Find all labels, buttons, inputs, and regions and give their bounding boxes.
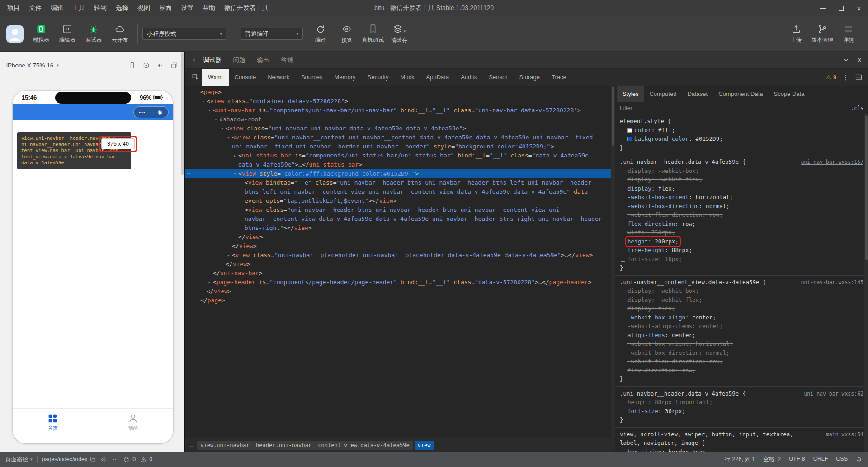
node-options-icon[interactable]: ⋯ bbox=[187, 169, 191, 178]
wxml-tree-node[interactable]: </view> bbox=[185, 242, 615, 251]
styles-tab[interactable]: Dataset bbox=[682, 86, 713, 102]
expand-arrow-icon[interactable]: ▾ bbox=[226, 133, 231, 142]
panel-tab[interactable]: 问题 bbox=[227, 52, 251, 68]
mode-select[interactable]: 小程序模式 ▾ bbox=[142, 28, 226, 40]
close-button[interactable]: × bbox=[850, 0, 868, 16]
avatar[interactable] bbox=[6, 25, 24, 43]
devtools-tab[interactable]: Mock bbox=[395, 69, 420, 86]
devtools-tab[interactable]: Memory bbox=[329, 69, 362, 86]
record-icon[interactable] bbox=[142, 62, 150, 69]
wxml-tree-node[interactable]: ▸<page-header is="components/page-header… bbox=[185, 278, 615, 287]
css-property[interactable]: -webkit-box-align: center; bbox=[620, 313, 863, 322]
elements-scrollbar[interactable] bbox=[611, 86, 615, 438]
compile-mode-select[interactable]: 普通编译 ▾ bbox=[241, 28, 303, 40]
status-item[interactable]: 空格: 2 bbox=[763, 456, 781, 463]
problems-warnings[interactable]: 0 bbox=[140, 456, 152, 463]
version-control-button[interactable]: 版本管理 bbox=[809, 24, 835, 44]
css-property[interactable]: -webkit-align-items: center; bbox=[620, 322, 863, 331]
simulator-scrollbar[interactable] bbox=[181, 52, 184, 452]
wxml-tree-node[interactable]: </uni-nav-bar> bbox=[185, 269, 615, 278]
wxml-tree-node[interactable]: </view> bbox=[185, 260, 615, 269]
cloud-dev-button[interactable]: 云开发 bbox=[107, 24, 133, 44]
wxml-tree-node[interactable]: ▾<view class="uni-navbar__content uni-na… bbox=[185, 133, 615, 151]
breadcrumb-item[interactable]: view.uni-navbar__header.uni-navbar__cont… bbox=[197, 441, 412, 450]
css-property[interactable]: flex-direction: row; bbox=[620, 366, 863, 375]
css-property[interactable]: height: 80rpx !important; bbox=[620, 398, 863, 407]
styles-tab[interactable]: Component Data bbox=[713, 86, 768, 102]
cls-toggle-button[interactable]: .cls bbox=[846, 102, 868, 114]
windows-icon[interactable] bbox=[170, 62, 178, 69]
device-rotate-icon[interactable] bbox=[128, 62, 136, 69]
simulator-button[interactable]: 模拟器 bbox=[28, 24, 54, 44]
devtools-tab[interactable]: Audits bbox=[455, 69, 483, 86]
filter-input[interactable] bbox=[615, 105, 846, 111]
devtools-tab[interactable]: Network bbox=[262, 69, 295, 86]
expand-arrow-icon[interactable]: ▸ bbox=[207, 278, 212, 287]
expand-arrow-icon[interactable]: ▾ bbox=[219, 124, 225, 133]
css-property[interactable]: -webkit-box-direction: normal; bbox=[620, 202, 863, 211]
css-property[interactable]: display: flex; bbox=[620, 304, 863, 313]
breadcrumb-item[interactable]: … bbox=[189, 441, 195, 450]
css-property[interactable]: font-size: 36rpx; bbox=[620, 407, 863, 416]
css-property[interactable]: -webkit-flex-direction: row; bbox=[620, 357, 863, 366]
stylesheet-source-link[interactable]: main.wxss:54 bbox=[826, 430, 863, 439]
wxml-tree-node[interactable]: <view class="uni-navbar__header-btns uni… bbox=[185, 205, 615, 233]
problems-errors[interactable]: 0 bbox=[123, 456, 136, 463]
menu-item[interactable]: 界面 bbox=[155, 0, 176, 16]
expand-arrow-icon[interactable]: ▾ bbox=[213, 115, 219, 124]
chevron-down-icon[interactable] bbox=[842, 56, 850, 64]
menu-item[interactable]: 转到 bbox=[90, 0, 111, 16]
color-swatch[interactable] bbox=[627, 128, 632, 133]
capsule-button[interactable]: ••• ◉ bbox=[133, 106, 169, 118]
wxml-tree-node[interactable]: ▸<uni-status-bar is="components/uni-stat… bbox=[185, 151, 615, 169]
css-property[interactable]: -webkit-box-orient: horizontal; bbox=[620, 339, 863, 348]
devtools-tab[interactable]: Console bbox=[229, 69, 262, 86]
css-property[interactable]: align-items: center; bbox=[620, 331, 863, 340]
menu-item[interactable]: 设置 bbox=[176, 0, 198, 16]
wxml-tree-node[interactable]: </view> bbox=[185, 233, 615, 242]
status-item[interactable]: CSS bbox=[836, 456, 848, 463]
wxml-tree-node[interactable]: <view bindtap="__e" class="uni-navbar__h… bbox=[185, 178, 615, 205]
devtools-tab[interactable]: Trace bbox=[546, 69, 572, 86]
stylesheet-source-link[interactable]: uni-nav-bar.wxss:157 bbox=[801, 158, 863, 167]
breadcrumb-item[interactable]: view bbox=[415, 441, 434, 450]
menu-item[interactable]: 工具 bbox=[68, 0, 90, 16]
wxml-tree-node[interactable]: ▾<view class="container data-v-57280228"… bbox=[185, 97, 615, 106]
maximize-button[interactable] bbox=[832, 0, 850, 16]
scrollbar-thumb[interactable] bbox=[181, 52, 184, 175]
css-property[interactable]: width: 750rpx; bbox=[620, 228, 863, 237]
status-item[interactable]: CRLF bbox=[813, 456, 828, 463]
css-property[interactable]: display: flex; bbox=[620, 184, 863, 193]
more-icon[interactable]: ••• bbox=[134, 110, 151, 115]
status-item[interactable]: UTF-8 bbox=[789, 456, 805, 463]
styles-tab[interactable]: Scope Data bbox=[768, 86, 810, 102]
scrollbar-thumb[interactable] bbox=[865, 115, 868, 260]
css-property[interactable]: display: -webkit-flex; bbox=[620, 175, 863, 184]
styles-scrollbar[interactable] bbox=[864, 114, 868, 452]
console-drawer-icon[interactable] bbox=[855, 73, 863, 81]
wxml-tree-node[interactable]: </page> bbox=[185, 296, 615, 305]
preview-button[interactable]: 预览 bbox=[334, 24, 360, 44]
more-icon[interactable]: ⋯ bbox=[112, 455, 119, 463]
editor-button[interactable]: 编辑器 bbox=[54, 24, 80, 44]
wxml-tree-node[interactable]: ⋯▾<view style="color:#fff;background-col… bbox=[185, 169, 615, 178]
eye-icon[interactable] bbox=[101, 456, 108, 463]
compile-button[interactable]: 编译 bbox=[307, 24, 334, 44]
wxml-tree-node[interactable]: <page> bbox=[185, 88, 615, 97]
menu-item[interactable]: 编辑 bbox=[46, 0, 68, 16]
stylesheet-source-link[interactable]: uni-nav-bar.wxss:62 bbox=[804, 390, 863, 399]
css-property[interactable]: box-sizing: border-box; bbox=[620, 448, 863, 452]
menu-item[interactable]: 选择 bbox=[111, 0, 133, 16]
menu-item[interactable]: 帮助 bbox=[198, 0, 220, 16]
wxml-tree-node[interactable]: ▾<uni-nav-bar is="components/uni-nav-bar… bbox=[185, 106, 615, 115]
css-property[interactable]: -webkit-flex-direction: row; bbox=[620, 210, 863, 219]
speaker-icon[interactable] bbox=[156, 62, 164, 69]
remote-debug-button[interactable]: 真机调试 bbox=[360, 24, 386, 44]
devtools-tab[interactable]: Security bbox=[362, 69, 395, 86]
clear-cache-button[interactable]: ▾清缓存 bbox=[386, 24, 412, 44]
phone-tab-home[interactable]: 首页 bbox=[13, 413, 93, 432]
expand-arrow-icon[interactable]: ▸ bbox=[226, 251, 231, 260]
devtools-tab[interactable]: AppData bbox=[420, 69, 455, 86]
property-checkbox[interactable] bbox=[621, 257, 625, 262]
css-property[interactable]: display: -webkit-box; bbox=[620, 167, 863, 176]
